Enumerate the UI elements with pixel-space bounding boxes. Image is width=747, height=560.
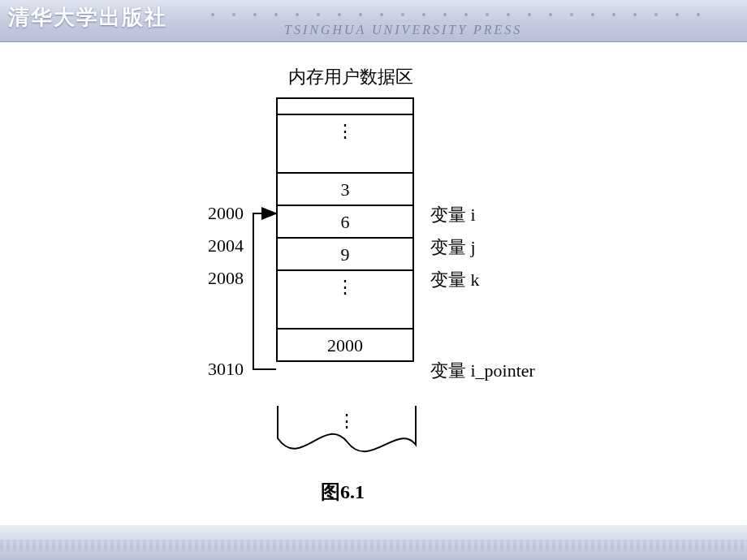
address-i: 2000 <box>195 203 244 224</box>
publisher-logo-text: 清华大学出版社 <box>8 3 167 32</box>
label-var-j: 变量 j <box>430 235 476 260</box>
pointer-arrow <box>244 97 284 406</box>
slide-header: 清华大学出版社 TSINGHUA UNIVERSITY PRESS <box>0 0 747 42</box>
address-k: 2008 <box>195 268 244 289</box>
memory-cell-ipointer: 2000 <box>278 330 412 362</box>
address-j: 2004 <box>195 235 244 256</box>
label-var-ipointer: 变量 i_pointer <box>430 359 535 383</box>
publisher-subtitle: TSINGHUA UNIVERSITY PRESS <box>284 23 522 37</box>
diagram-title: 内存用户数据区 <box>288 65 413 89</box>
header-dots <box>211 5 747 8</box>
address-ipointer: 3010 <box>195 359 244 380</box>
figure-caption: 图6.1 <box>321 479 365 505</box>
memory-cell-ellipsis-2: ⋮ <box>278 271 412 330</box>
memory-cell-i: 3 <box>278 174 412 206</box>
memory-cell-k: 9 <box>278 239 412 271</box>
memory-cell-j: 6 <box>278 206 412 239</box>
footer-stripe <box>0 540 747 551</box>
slide-footer <box>0 524 747 560</box>
memory-column: ⋮ 3 6 9 ⋮ 2000 <box>276 97 414 362</box>
memory-column-torn-bottom: ⋮ <box>276 406 414 471</box>
label-var-i: 变量 i <box>430 203 476 227</box>
memory-cell-blank-top <box>278 99 412 115</box>
memory-cell-ellipsis-1: ⋮ <box>278 115 412 174</box>
svg-text:⋮: ⋮ <box>338 411 356 431</box>
label-var-k: 变量 k <box>430 268 480 292</box>
